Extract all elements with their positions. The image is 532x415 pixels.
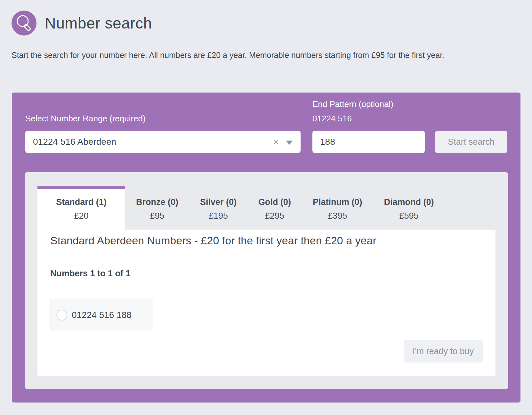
tab-bronze-label: Bronze (0) [136,197,178,208]
search-icon [12,11,36,36]
clear-icon[interactable]: × [273,137,279,147]
results-count: Numbers 1 to 1 of 1 [50,268,483,279]
number-range-label: Select Number Range (required) [25,111,301,126]
tab-platinum[interactable]: Platinum (0) £395 [302,186,373,230]
number-range-field: Select Number Range (required) 01224 516… [25,111,301,153]
start-search-button[interactable]: Start search [435,131,507,153]
search-form-row: Select Number Range (required) 01224 516… [25,97,507,153]
number-range-value: 01224 516 Aberdeen [33,137,273,147]
ready-to-buy-button[interactable]: I'm ready to buy [404,340,483,362]
number-range-select[interactable]: 01224 516 Aberdeen × [25,131,301,153]
results-panel: Standard (1) £20 Bronze (0) £95 Silver (… [25,172,508,389]
intro-text: Start the search for your number here. A… [12,48,489,62]
end-pattern-label: End Pattern (optional) [312,97,507,111]
end-pattern-row: Start search [312,131,507,153]
tab-diamond[interactable]: Diamond (0) £595 [373,186,445,230]
tab-silver-price: £195 [200,210,237,221]
price-tabs: Standard (1) £20 Bronze (0) £95 Silver (… [37,186,496,230]
tab-gold-price: £295 [258,210,291,221]
standard-tab-content: Standard Aberdeen Numbers - £20 for the … [37,230,496,376]
tab-bronze[interactable]: Bronze (0) £95 [125,186,189,230]
tab-gold-label: Gold (0) [258,197,291,208]
tab-bronze-price: £95 [136,210,178,221]
tab-silver[interactable]: Silver (0) £195 [189,186,247,230]
end-pattern-field: End Pattern (optional) 01224 516 Start s… [312,97,507,153]
number-search-page: Number search Start the search for your … [0,0,532,415]
tab-platinum-label: Platinum (0) [313,197,362,208]
search-panel: Select Number Range (required) 01224 516… [12,93,520,403]
buy-row: I'm ready to buy [50,340,483,362]
end-pattern-prefix: 01224 516 [312,111,507,126]
results-heading: Standard Aberdeen Numbers - £20 for the … [50,233,483,248]
number-label: 01224 516 188 [72,310,132,320]
tab-diamond-label: Diamond (0) [384,197,434,208]
page-header: Number search [0,0,532,36]
tab-platinum-price: £395 [313,210,362,221]
tab-standard-label: Standard (1) [37,197,125,208]
page-title: Number search [45,14,152,32]
search-icon-circle [12,11,36,36]
tab-diamond-price: £595 [384,210,434,221]
tab-silver-label: Silver (0) [200,197,237,208]
tab-gold[interactable]: Gold (0) £295 [247,186,302,230]
tab-standard-price: £20 [37,210,125,221]
chevron-down-icon[interactable] [286,141,293,145]
number-radio[interactable] [56,310,67,321]
number-option[interactable]: 01224 516 188 [50,299,153,331]
tab-standard[interactable]: Standard (1) £20 [37,186,125,230]
end-pattern-input[interactable] [312,131,425,153]
